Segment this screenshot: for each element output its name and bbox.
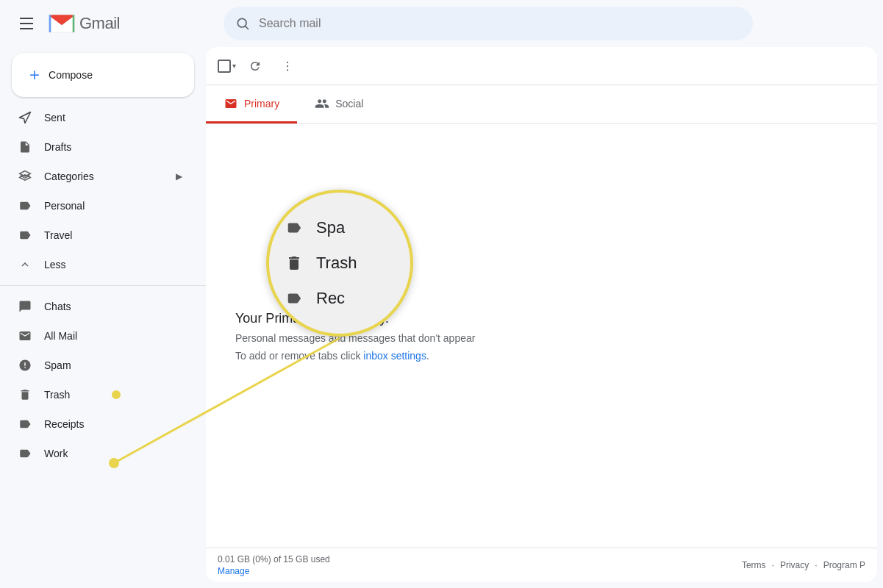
empty-state-title: Your Primary tab is empty. xyxy=(235,311,848,326)
spam-label: Spam xyxy=(44,359,71,371)
gmail-m-icon xyxy=(47,9,76,38)
travel-label: Travel xyxy=(44,229,72,241)
more-options-button[interactable] xyxy=(274,53,301,79)
sidebar: + Compose Sent Drafts xyxy=(0,47,206,588)
sidebar-item-travel[interactable]: Travel xyxy=(0,220,194,250)
refresh-button[interactable] xyxy=(242,53,268,79)
chevron-down-icon[interactable]: ▾ xyxy=(232,62,236,70)
empty-state-settings-text: To add or remove tabs click inbox settin… xyxy=(235,350,848,362)
allmail-label: All Mail xyxy=(44,330,77,342)
social-tab-label: Social xyxy=(335,98,363,110)
receipts-label: Receipts xyxy=(44,418,84,430)
storage-text: 0.01 GB (0%) of 15 GB used xyxy=(218,554,330,564)
select-all-checkbox[interactable]: ▾ xyxy=(218,60,236,73)
search-bar[interactable] xyxy=(224,7,753,40)
work-label: Work xyxy=(44,448,68,459)
gmail-text: Gmail xyxy=(79,14,120,33)
trash-icon xyxy=(18,387,32,402)
tab-social[interactable]: Social xyxy=(297,85,381,123)
inbox-settings-link[interactable]: inbox settings xyxy=(363,350,426,362)
svg-point-5 xyxy=(287,65,288,66)
footer: 0.01 GB (0%) of 15 GB used Manage Terms … xyxy=(206,548,877,582)
personal-label: Personal xyxy=(44,200,85,212)
compose-plus-icon: + xyxy=(29,65,40,85)
terms-link[interactable]: Terms xyxy=(742,560,766,570)
search-icon xyxy=(235,16,250,31)
chevron-up-icon xyxy=(18,257,32,272)
sidebar-item-sent[interactable]: Sent xyxy=(0,103,194,132)
sidebar-item-work[interactable]: Work xyxy=(0,439,194,468)
svg-point-6 xyxy=(287,69,288,71)
travel-label-icon xyxy=(18,228,32,243)
yellow-dot-indicator xyxy=(112,390,121,399)
primary-tab-label: Primary xyxy=(244,98,279,110)
search-input[interactable] xyxy=(259,17,741,30)
categories-expand-icon: ▶ xyxy=(176,171,182,182)
sidebar-item-chats[interactable]: Chats xyxy=(0,292,194,321)
checkbox[interactable] xyxy=(218,60,231,73)
chats-label: Chats xyxy=(44,301,71,312)
svg-point-4 xyxy=(287,61,288,62)
less-label: Less xyxy=(44,259,66,270)
toolbar: ▾ xyxy=(206,47,877,85)
spam-icon xyxy=(18,358,32,373)
trash-label: Trash xyxy=(44,389,70,401)
footer-links: Terms · Privacy · Program P xyxy=(742,560,865,570)
send-icon xyxy=(18,110,32,125)
categories-icon xyxy=(18,169,32,184)
sidebar-item-less[interactable]: Less xyxy=(0,250,194,279)
nav-divider xyxy=(0,285,206,286)
sidebar-item-trash[interactable]: Trash xyxy=(0,380,194,409)
categories-label: Categories xyxy=(44,171,94,182)
inbox-tabs: Primary Social xyxy=(206,85,877,124)
empty-state-description: Personal messages and messages that don'… xyxy=(235,332,848,344)
compose-button[interactable]: + Compose xyxy=(12,53,194,97)
manage-link[interactable]: Manage xyxy=(218,566,330,576)
tab-primary[interactable]: Primary xyxy=(206,85,297,123)
primary-tab-icon xyxy=(224,96,238,111)
personal-label-icon xyxy=(18,198,32,213)
footer-storage: 0.01 GB (0%) of 15 GB used Manage xyxy=(218,554,330,576)
sidebar-item-categories[interactable]: Categories ▶ xyxy=(0,162,194,191)
sidebar-item-allmail[interactable]: All Mail xyxy=(0,321,194,351)
compose-label: Compose xyxy=(49,69,93,81)
sidebar-item-personal[interactable]: Personal xyxy=(0,191,194,220)
menu-icon[interactable] xyxy=(12,9,41,38)
empty-state: Your Primary tab is empty. Personal mess… xyxy=(206,124,877,548)
chat-icon xyxy=(18,299,32,314)
social-tab-icon xyxy=(315,96,329,111)
sidebar-item-receipts[interactable]: Receipts xyxy=(0,409,194,439)
program-link[interactable]: Program P xyxy=(823,560,865,570)
receipts-icon xyxy=(18,417,32,431)
work-icon xyxy=(18,446,32,461)
draft-icon xyxy=(18,140,32,154)
sent-label: Sent xyxy=(44,112,65,123)
gmail-logo: Gmail xyxy=(47,9,120,38)
allmail-icon xyxy=(18,329,32,343)
sidebar-item-drafts[interactable]: Drafts xyxy=(0,132,194,162)
sidebar-item-spam[interactable]: Spam xyxy=(0,351,194,380)
main-content: ▾ xyxy=(206,47,877,582)
drafts-label: Drafts xyxy=(44,141,71,153)
privacy-link[interactable]: Privacy xyxy=(780,560,809,570)
